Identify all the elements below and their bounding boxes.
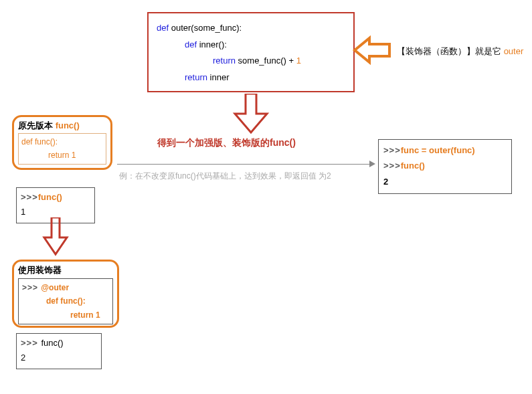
kw-return: return [48, 151, 72, 160]
title-text: 原先版本 [18, 120, 56, 130]
assign-line: func = outer(func) [401, 145, 475, 155]
result-value: 2 [383, 174, 507, 189]
code-line-3: return some_func() + 1 [157, 53, 345, 70]
prompt: >>> [22, 283, 41, 292]
svg-marker-0 [355, 38, 389, 62]
result-value: 2 [21, 351, 97, 365]
code-line: >>>func() [383, 158, 507, 173]
code-text: inner(): [199, 39, 227, 50]
enhanced-func-label: 得到一个加强版、装饰版的func() [157, 137, 296, 149]
prompt: >>> [383, 161, 401, 171]
call-line: >>> func() [21, 336, 97, 351]
arrow-down-icon [41, 217, 70, 256]
code-line: >>> @outer [22, 281, 109, 294]
arrow-down-icon [231, 94, 271, 134]
outer-def-codebox: def outer(some_func): def inner(): retur… [147, 12, 355, 92]
kw-return: return [70, 310, 96, 320]
code-line: return 1 [22, 308, 109, 322]
kw-def: def [157, 23, 171, 33]
annot-outer: outer [504, 46, 524, 56]
kw-def: def [185, 39, 199, 50]
decorator: @outer [41, 283, 69, 292]
code-line-1: def outer(some_func): [157, 20, 345, 37]
example-note: 例：在不改变原func()代码基础上，达到效果，即返回值 为2 [119, 171, 331, 182]
kw-def: def [21, 137, 35, 146]
func-call: func() [38, 192, 62, 202]
manual-wrap-box: >>>func = outer(func) >>>func() 2 [378, 139, 512, 194]
code-text: func(): [60, 296, 85, 306]
prompt: >>> [21, 192, 38, 202]
code-inner: def func(): return 1 [18, 133, 106, 165]
code-line: return 1 [21, 149, 103, 162]
original-func-box: 原先版本 func() def func(): return 1 [12, 115, 112, 170]
literal-1: 1 [296, 56, 301, 66]
box-title: 使用装饰器 [18, 264, 113, 276]
svg-marker-2 [44, 217, 67, 254]
kw-return: return [213, 56, 238, 66]
func-call: func() [401, 161, 425, 171]
decorator-annotation: 【装饰器（函数）】就是它 outer [397, 45, 523, 58]
arrow-left-icon [355, 37, 391, 64]
call-line: >>>func() [21, 190, 90, 205]
call-result-box-2: >>> func() 2 [16, 333, 102, 369]
code-inner: >>> @outer def func(): return 1 [18, 278, 113, 324]
svg-marker-1 [235, 94, 267, 132]
code-text: inner [210, 72, 230, 82]
annot-text: 【装饰器（函数）】就是它 [397, 46, 504, 56]
kw-return: return [185, 72, 210, 82]
title-func: func() [56, 120, 80, 130]
use-decorator-box: 使用装饰器 >>> @outer def func(): return 1 [12, 260, 119, 328]
flow-line [117, 164, 372, 165]
code-line-4: return inner [157, 70, 345, 86]
code-text: outer(some_func): [171, 23, 242, 33]
kw-def: def [46, 296, 60, 306]
code-line: def func(): [21, 135, 103, 149]
code-line: >>>func = outer(func) [383, 142, 507, 158]
prompt: >>> [383, 145, 401, 155]
code-line: def func(): [22, 294, 109, 308]
code-line-2: def inner(): [157, 37, 345, 54]
code-text: func(): [35, 137, 58, 146]
literal-1: 1 [96, 310, 100, 320]
prompt: >>> [21, 338, 41, 348]
func-call: func() [41, 338, 63, 348]
arrow-right-head-icon [369, 161, 375, 167]
box-title: 原先版本 func() [18, 120, 106, 132]
literal-1: 1 [72, 151, 76, 160]
code-text: some_func() + [238, 56, 296, 66]
